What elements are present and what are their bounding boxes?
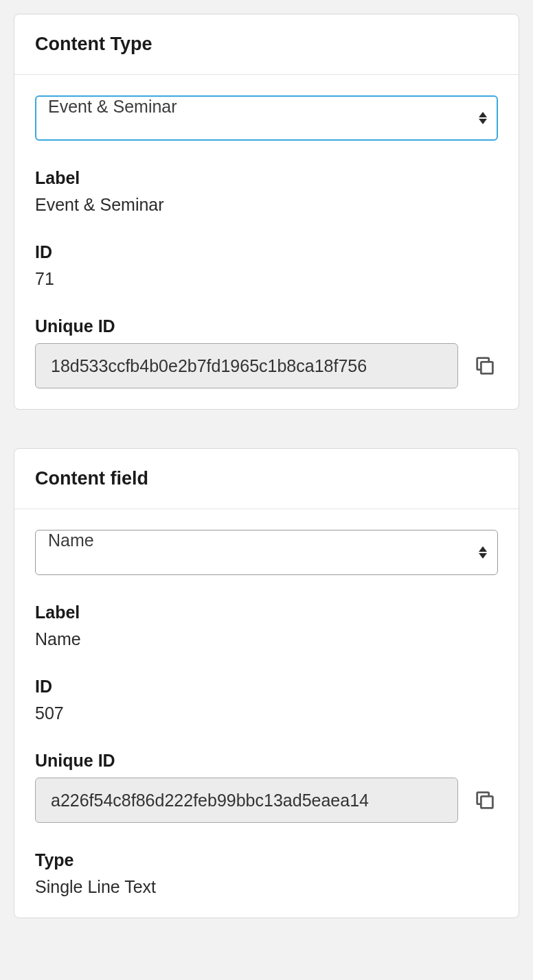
- content-type-uid-group: Unique ID 18d533ccfb4b0e2b7fd1965c1b8ca1…: [35, 316, 498, 388]
- content-type-card: Content Type Event & Seminar Label Event…: [14, 14, 519, 410]
- copy-icon: [473, 789, 497, 812]
- content-type-select[interactable]: Event & Seminar: [35, 95, 498, 141]
- unique-id-heading: Unique ID: [35, 751, 498, 771]
- type-value: Single Line Text: [35, 877, 498, 897]
- svg-rect-0: [481, 362, 492, 373]
- unique-id-input[interactable]: a226f54c8f86d222feb99bbc13ad5eaea14: [35, 778, 458, 823]
- unique-id-value: 18d533ccfb4b0e2b7fd1965c1b8ca18f756: [51, 356, 367, 376]
- label-heading: Label: [35, 168, 498, 188]
- copy-icon: [473, 354, 497, 377]
- content-field-select[interactable]: Name: [35, 530, 498, 575]
- content-type-header: Content Type: [14, 14, 519, 75]
- copy-button[interactable]: [472, 353, 498, 379]
- id-heading: ID: [35, 242, 498, 262]
- unique-id-row: 18d533ccfb4b0e2b7fd1965c1b8ca18f756: [35, 343, 498, 388]
- svg-rect-1: [481, 796, 492, 808]
- content-type-select-wrap: Event & Seminar: [35, 95, 498, 141]
- content-field-select-value: Name: [48, 530, 94, 550]
- type-heading: Type: [35, 850, 498, 870]
- unique-id-input[interactable]: 18d533ccfb4b0e2b7fd1965c1b8ca18f756: [35, 343, 458, 388]
- label-heading: Label: [35, 603, 498, 622]
- content-type-select-value: Event & Seminar: [48, 97, 177, 116]
- content-field-type-group: Type Single Line Text: [35, 850, 498, 897]
- content-field-label-group: Label Name: [35, 603, 498, 649]
- copy-button[interactable]: [472, 787, 498, 813]
- id-value: 71: [35, 269, 498, 289]
- id-heading: ID: [35, 677, 498, 697]
- unique-id-value: a226f54c8f86d222feb99bbc13ad5eaea14: [51, 791, 369, 810]
- unique-id-row: a226f54c8f86d222feb99bbc13ad5eaea14: [35, 778, 498, 823]
- content-type-label-group: Label Event & Seminar: [35, 168, 498, 215]
- content-type-title: Content Type: [35, 34, 498, 55]
- content-field-id-group: ID 507: [35, 677, 498, 723]
- unique-id-heading: Unique ID: [35, 316, 498, 336]
- id-value: 507: [35, 703, 498, 723]
- content-type-id-group: ID 71: [35, 242, 498, 289]
- content-field-card: Content field Name Label Name ID 507 Uni…: [14, 448, 519, 918]
- label-value: Name: [35, 629, 498, 649]
- content-field-header: Content field: [14, 449, 519, 509]
- content-field-uid-group: Unique ID a226f54c8f86d222feb99bbc13ad5e…: [35, 751, 498, 823]
- content-field-title: Content field: [35, 468, 498, 489]
- content-field-body: Name Label Name ID 507 Unique ID a226f54…: [14, 509, 519, 918]
- content-field-select-wrap: Name: [35, 530, 498, 575]
- label-value: Event & Seminar: [35, 195, 498, 215]
- content-type-body: Event & Seminar Label Event & Seminar ID…: [14, 75, 519, 409]
